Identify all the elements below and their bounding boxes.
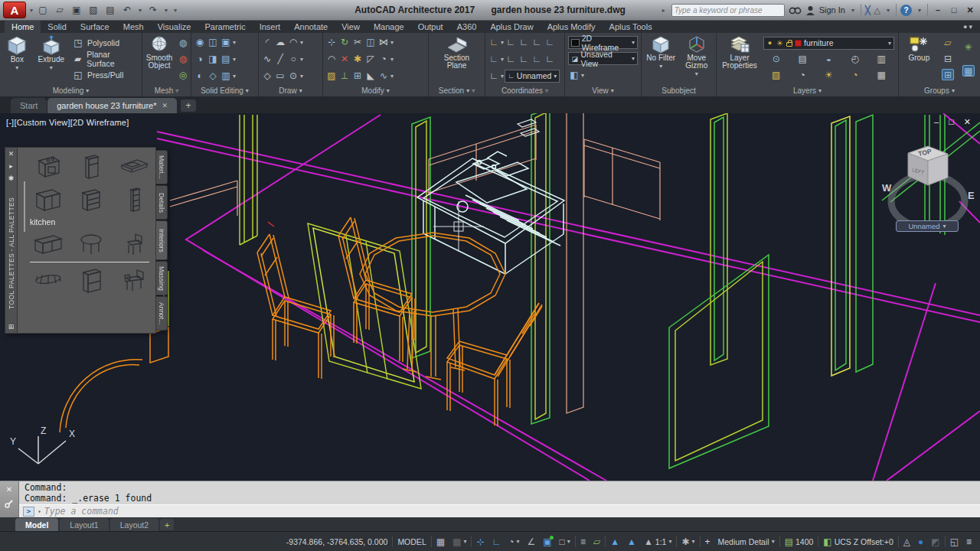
lineweight-toggle[interactable]: ≡ [577,534,590,549]
block-sink[interactable] [116,152,152,182]
arc-icon[interactable]: ◜ [261,37,273,48]
tab-mesh[interactable]: Mesh [116,21,151,33]
object-snap-3d-toggle[interactable]: □▾ [556,534,574,549]
tab-insert[interactable]: Insert [253,21,288,33]
command-customize-wrench-icon[interactable] [5,499,14,508]
groups-panel-title[interactable]: Groups▾ [899,85,980,96]
block-arc-1[interactable] [30,297,67,308]
redo-dropdown-icon[interactable]: ▾ [162,3,170,18]
ucs-view-icon[interactable]: ∟ [518,37,530,48]
subtract-icon[interactable]: ◑ [194,54,206,65]
donut-icon[interactable]: ⊙ [287,70,299,82]
tab-aplus-tools[interactable]: Aplus Tools [603,21,659,33]
ucs-icon[interactable]: ∟ [505,37,517,48]
chair-3[interactable] [447,303,542,426]
palette-tab-interiors[interactable]: Interiors [156,220,168,260]
ungroup-icon[interactable]: ⊟ [942,53,954,64]
palette-close-icon[interactable]: ✕ [8,150,15,158]
layer-states-icon[interactable]: ▦ [875,69,887,80]
spline-icon[interactable]: ∿ [261,54,273,65]
a360-icon[interactable]: △ [874,5,880,15]
move-gizmo-button[interactable]: Move Gizmo▾ [680,34,714,83]
blend-icon[interactable]: ∿ [377,70,390,82]
layers-panel-title[interactable]: Layers▾ [717,85,898,96]
mirror-icon[interactable]: ⋈ [377,37,390,48]
tab-aplus-modify[interactable]: Aplus Modify [541,21,603,33]
stretch-icon[interactable]: ▨ [325,70,338,82]
section-plane-button[interactable]: Section Plane [436,34,479,83]
workspace-switching-button[interactable]: ✱▾ [678,534,698,549]
viewport-label[interactable]: [-][Custom View][2D Wireframe] [6,118,129,127]
no-filter-button[interactable]: No Filter▾ [644,34,678,83]
array-icon[interactable]: ⊞ [351,70,364,82]
viewcube-ucs-menu[interactable]: Unnamed▾ [896,220,959,232]
layer-previous-icon[interactable]: ◔ [796,69,808,80]
window-door-frames[interactable] [164,113,980,468]
named-view-combo[interactable]: ◪Unsaved View▾ [568,52,638,65]
ribbon-display-toggle[interactable]: ●▾ [963,21,972,33]
door-swing-arc[interactable] [60,328,168,432]
block-side-chair[interactable] [116,229,152,259]
union-icon[interactable]: ◉ [194,37,206,48]
layout-tab-model[interactable]: Model [15,518,58,531]
application-menu-button[interactable]: A [3,2,26,18]
trim-icon[interactable]: ✂ [351,37,364,48]
move-icon[interactable]: ⊹ [325,37,338,48]
block-sideboard[interactable] [30,229,67,259]
section-panel-title[interactable]: Section▾▿ [429,85,485,96]
intersect-icon[interactable]: ◐ [194,70,206,82]
box-button[interactable]: Box▾ [2,34,32,83]
shell-icon[interactable]: ▥ [220,70,232,82]
undo-icon[interactable]: ↶ [119,3,135,18]
file-tab-close-icon[interactable]: ✕ [162,102,168,109]
ucs-z-offset-button[interactable]: ◧UCS Z Offset:+0 [819,534,897,549]
maximize-icon[interactable]: □ [948,5,960,15]
sign-in-dropdown-icon[interactable]: ▾ [849,3,857,18]
extend-icon[interactable]: ⊥ [338,70,351,82]
block-stove[interactable] [30,152,67,182]
block-arc-3[interactable] [116,297,152,308]
annotation-monitor-button[interactable]: + [701,534,714,549]
plot-icon[interactable]: ▤ [103,3,118,18]
tab-a360[interactable]: A360 [450,21,484,33]
fillet-icon[interactable]: ◠ [325,54,338,65]
coordinates-readout[interactable]: -9374.866, -3764.635, 0.000 [283,534,392,549]
model-viewport[interactable]: [-][Custom View][2D Wireframe] – □ ✕ W S… [0,113,980,481]
tab-visualize[interactable]: Visualize [151,21,198,33]
file-tab-document[interactable]: garden house 23 furniture*✕ [47,98,177,113]
ucs-origin-icon[interactable]: ∟ [531,37,543,48]
viewport-close-icon[interactable]: ✕ [964,117,971,127]
block-conference-table[interactable] [30,266,67,296]
new-layout-button[interactable]: + [160,519,174,530]
search-binoculars-icon[interactable] [789,5,802,15]
save-as-icon[interactable]: ▨ [86,3,101,18]
undo-dropdown-icon[interactable]: ▾ [136,3,144,18]
tab-aplus-draw[interactable]: Aplus Draw [483,21,540,33]
rectangle-icon[interactable]: ▭ [274,70,286,82]
chamfer-icon[interactable]: ◣ [364,70,377,82]
draw-panel-title[interactable]: Draw▾ [259,85,322,96]
tab-manage[interactable]: Manage [367,21,411,33]
group-edit-icon[interactable]: ▱ [942,37,954,49]
scale-icon[interactable]: ◸ [364,54,377,65]
curve-icon[interactable]: ◠ [287,37,299,48]
command-input[interactable] [44,506,980,517]
slice-icon[interactable]: ◫ [207,37,219,48]
erase-icon[interactable]: ✕ [338,54,351,65]
a360-dropdown-icon[interactable]: ▾ [884,3,892,18]
model-space-button[interactable]: MODEL [394,534,430,549]
viewcube[interactable]: W S E TOP LEFT Unnamed▾ [880,130,977,239]
layer-freeze-icon[interactable]: ◒ [822,53,835,64]
ucs-named-icon[interactable]: ∟ [488,70,500,82]
palette-autohide-icon[interactable]: ▸ [9,162,13,171]
layer-walk-icon[interactable]: ☀ [822,69,835,80]
open-file-icon[interactable]: ▱ [52,3,67,18]
subobject-panel-title[interactable]: Subobject [642,85,716,96]
polar-tracking-toggle[interactable]: ◔▾ [505,534,523,549]
thicken-icon[interactable]: ▣ [220,37,232,48]
layout-tab-layout1[interactable]: Layout1 [60,518,108,531]
palette-title-bar[interactable]: ✕ ▸ ✱ TOOL PALETTES - ALL PALETTES ⊞ [5,147,18,334]
tab-annotate[interactable]: Annotate [287,21,335,33]
layer-make-current-icon[interactable]: ▥ [875,53,887,64]
sign-in-person-icon[interactable] [805,5,815,15]
